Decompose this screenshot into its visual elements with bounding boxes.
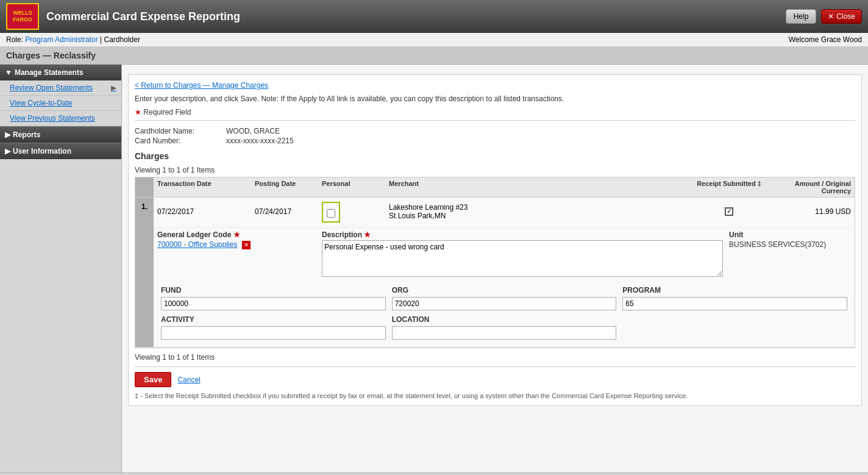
activity-field-group: ACTIVITY [161,315,386,340]
col-headers-content: Transaction Date Posting Date Personal M… [154,177,855,197]
charges-section-title: Charges [135,151,855,163]
detail-fields-row: General Ledger Code ★ 700000 - Office Su… [157,227,851,281]
transaction-date-value: 07/22/2017 [157,207,255,216]
header-left: WELLS FARGO Commercial Card Expense Repo… [6,3,240,30]
app-title: Commercial Card Expense Reporting [46,10,240,23]
help-button[interactable]: Help [786,9,817,24]
welcome-message: Welcome Grace Wood [789,35,862,44]
unit-value: BUSINESS SERVICES(3702) [729,240,851,249]
divider-1 [135,120,855,121]
instruction-text: Enter your description, and click Save. … [135,95,855,103]
merchant-name: Lakeshore Learning #23 [389,203,686,212]
org-label: ORG [392,286,617,295]
cardholder-info: Cardholder Name: WOOD, GRACE Card Number… [135,127,855,145]
col-header-amount: Amount / Original Currency [772,180,851,195]
personal-highlight-box [322,202,340,223]
posting-date-value: 07/24/2017 [255,207,322,216]
sidebar-reports-header[interactable]: ▶ Reports [0,126,121,143]
empty-col [622,315,847,340]
reclassify-form: < Return to Charges — Manage Charges Ent… [128,74,862,406]
fund-label: FUND [161,286,386,295]
required-star: ★ [135,108,141,116]
receipt-submitted-cell: ✓ [686,207,772,216]
personal-cell [322,200,389,223]
col-header-receipt-submitted: Receipt Submitted ‡ [686,180,772,195]
required-field-note: ★ Required Field [135,108,855,116]
viewing-text-top: Viewing 1 to 1 of 1 Items [135,166,855,174]
charge-row-content: 07/22/2017 07/24/2017 Lakeshore Learning… [154,198,855,347]
program-input[interactable] [622,297,847,310]
footer: Home | About Wells Fargo | Security Guar… [0,473,868,475]
gl-code-remove-button[interactable]: ✕ [242,241,251,249]
close-button[interactable]: ✕ Close [821,9,862,24]
sidebar-item-review-open-statements[interactable]: Review Open Statements ▶ [0,80,121,96]
funding-row-2: ACTIVITY LOCATION [157,313,851,345]
cardholder-name-row: Cardholder Name: WOOD, GRACE [135,127,855,135]
sidebar-manage-statements-header[interactable]: ▼ Manage Statements [0,65,121,80]
program-field-group: PROGRAM [622,286,847,310]
merchant-city: St Louis Park,MN [389,212,686,220]
location-label: LOCATION [392,315,617,324]
sidebar: ▼ Manage Statements Review Open Statemen… [0,65,122,473]
cardholder-name-value: WOOD, GRACE [226,127,280,135]
fund-field-group: FUND [161,286,386,310]
arrow-icon: ▶ [111,84,116,92]
card-number-value: xxxx-xxxx-xxxx-2215 [226,137,294,145]
program-label: PROGRAM [622,286,847,295]
col-header-transaction-date: Transaction Date [157,180,255,195]
merchant-cell: Lakeshore Learning #23 St Louis Park,MN [389,203,686,220]
card-number-row: Card Number: xxxx-xxxx-xxxx-2215 [135,137,855,145]
sidebar-user-information-header[interactable]: ▶ User Information [0,143,121,159]
close-x-icon: ✕ [828,12,834,21]
num-col-header [135,177,154,197]
save-button[interactable]: Save [135,372,171,387]
footnote-text: ‡ - Select the Receipt Submitted checkbo… [135,392,855,399]
charges-table: Transaction Date Posting Date Personal M… [135,177,855,348]
activity-label: ACTIVITY [161,315,386,324]
wells-fargo-logo: WELLS FARGO [6,3,39,30]
triangle-right-icon-user: ▶ [5,147,10,155]
fund-input[interactable] [161,297,386,310]
receipt-submitted-checkbox[interactable]: ✓ [725,207,733,216]
charge-row-1: 1. 07/22/2017 07/24/2017 [135,198,855,348]
activity-input[interactable] [161,326,386,340]
gl-code-field: General Ledger Code ★ 700000 - Office Su… [157,230,316,279]
page-title-bar: Charges — Reclassify [0,47,868,65]
unit-field: Unit BUSINESS SERVICES(3702) [729,230,851,279]
charge-values-grid: 07/22/2017 07/24/2017 Lakeshore Learning… [157,200,851,223]
org-field-group: ORG [392,286,617,310]
page-title: Charges — Reclassify [6,51,96,60]
sidebar-item-view-previous-statements[interactable]: View Previous Statements [0,111,121,126]
col-header-personal: Personal [322,180,389,195]
sidebar-item-view-cycle-to-date[interactable]: View Cycle-to-Date [0,96,121,111]
viewing-text-bottom: Viewing 1 to 1 of 1 Items [135,353,855,362]
role-program-admin-link[interactable]: Program Administrator [25,35,98,44]
col-header-posting-date: Posting Date [255,180,322,195]
col-headers-row: Transaction Date Posting Date Personal M… [135,177,855,198]
col-header-merchant: Merchant [389,180,686,195]
triangle-down-icon: ▼ [5,68,12,77]
role-info: Role: Program Administrator | Cardholder [6,35,140,44]
divider-2 [135,366,855,367]
description-field: Description ★ Personal Expense - used wr… [322,230,723,279]
location-input[interactable] [392,326,617,340]
org-input[interactable] [392,297,617,310]
app-header: WELLS FARGO Commercial Card Expense Repo… [0,0,868,33]
amount-value: 11.99 USD [772,207,851,216]
personal-checkbox[interactable] [327,209,335,218]
main-layout: ▼ Manage Statements Review Open Statemen… [0,65,868,473]
role-bar: Role: Program Administrator | Cardholder… [0,33,868,47]
triangle-right-icon-reports: ▶ [5,130,10,139]
charge-number: 1. [135,198,154,347]
cancel-link[interactable]: Cancel [177,376,200,384]
col-headers-grid: Transaction Date Posting Date Personal M… [157,180,851,195]
back-link[interactable]: < Return to Charges — Manage Charges [135,81,268,90]
header-right: Help ✕ Close [786,9,862,24]
funding-row-1: FUND ORG PROGRAM [157,281,851,313]
gl-code-link[interactable]: 700000 - Office Supplies [157,240,237,249]
description-textarea[interactable]: Personal Expense - used wrong card [322,240,723,277]
button-row: Save Cancel [135,372,855,387]
content-area: < Return to Charges — Manage Charges Ent… [122,65,868,473]
location-field-group: LOCATION [392,315,617,340]
